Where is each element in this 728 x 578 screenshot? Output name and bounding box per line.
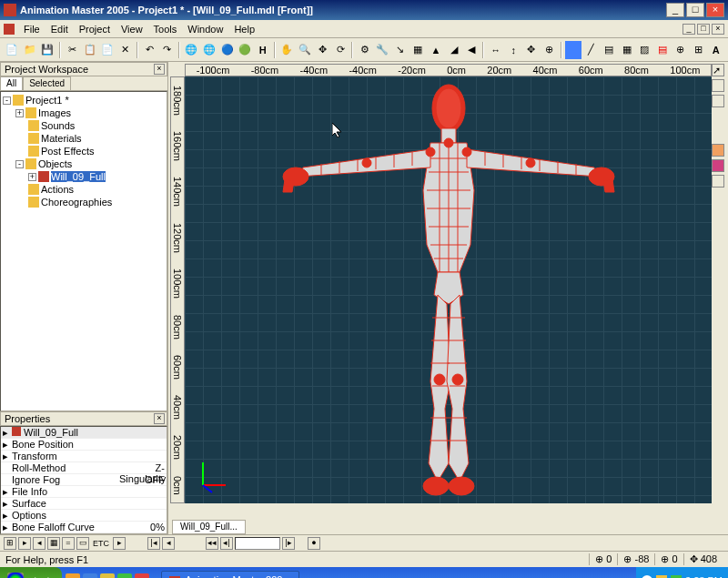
menu-help[interactable]: Help bbox=[228, 22, 260, 36]
viewport[interactable]: -100cm-80cm-40cm-40cm-20cm0cm20cm40cm60c… bbox=[170, 64, 726, 518]
line-button[interactable]: ╱ bbox=[582, 41, 600, 59]
tl-btn3[interactable]: ◂ bbox=[33, 537, 46, 550]
workspace-close[interactable]: × bbox=[154, 64, 165, 75]
arrow3-button[interactable]: ✥ bbox=[523, 41, 541, 59]
select-tool[interactable]: ➚ bbox=[712, 64, 724, 76]
globe2-icon[interactable]: 🌐 bbox=[201, 41, 218, 59]
start-button[interactable]: start bbox=[0, 567, 62, 578]
prop-transform[interactable]: ▸Transform bbox=[1, 451, 167, 462]
tree-object-selected[interactable]: +Will_09_Full bbox=[3, 170, 165, 183]
prop-options[interactable]: ▸Options bbox=[1, 510, 167, 522]
prop-file-info[interactable]: ▸File Info bbox=[1, 486, 167, 498]
ql-icon1[interactable] bbox=[66, 573, 80, 578]
prop-bone-position[interactable]: ▸Bone Position bbox=[1, 439, 167, 451]
settings-button[interactable]: 🔧 bbox=[374, 41, 391, 59]
color1-button[interactable] bbox=[565, 41, 582, 59]
h-button[interactable]: H bbox=[255, 41, 272, 59]
tool3-button[interactable]: ↘ bbox=[392, 41, 410, 59]
arrow2-button[interactable]: ↕ bbox=[505, 41, 522, 59]
globe1-icon[interactable]: 🌐 bbox=[183, 41, 200, 59]
globe3-icon[interactable]: 🔵 bbox=[218, 41, 236, 59]
mode3-button[interactable]: ▨ bbox=[636, 41, 653, 59]
canvas-3d[interactable] bbox=[185, 76, 712, 503]
minimize-button[interactable]: _ bbox=[666, 3, 684, 17]
tab-all[interactable]: All bbox=[0, 76, 23, 90]
mode5-button[interactable]: ⊕ bbox=[672, 41, 689, 59]
ql-icon4[interactable] bbox=[117, 573, 132, 578]
tree-actions[interactable]: Actions bbox=[3, 183, 165, 196]
tool-r1[interactable] bbox=[712, 79, 724, 92]
tl-btn5[interactable]: = bbox=[62, 537, 75, 550]
tree-sounds[interactable]: Sounds bbox=[3, 119, 165, 132]
menu-view[interactable]: View bbox=[116, 22, 148, 36]
delete-button[interactable]: ✕ bbox=[116, 41, 134, 59]
render-button[interactable]: 🟢 bbox=[237, 41, 254, 59]
arrow4-button[interactable]: ⊕ bbox=[541, 41, 558, 59]
tree-images[interactable]: +Images bbox=[3, 106, 165, 119]
paste-button[interactable]: 📄 bbox=[99, 41, 116, 59]
new-button[interactable]: 📄 bbox=[4, 41, 21, 59]
prop-ignore-fog[interactable]: Ignore FogOFF bbox=[1, 474, 167, 486]
tool5-button[interactable]: ▲ bbox=[428, 41, 445, 59]
mdi-restore-button[interactable]: □ bbox=[697, 24, 710, 35]
zoom-tool[interactable]: 🔍 bbox=[297, 41, 314, 59]
cut-button[interactable]: ✂ bbox=[64, 41, 81, 59]
properties-list[interactable]: ▸Will_09_Full ▸Bone Position ▸Transform … bbox=[0, 426, 167, 534]
step-back[interactable]: ◂◂ bbox=[206, 537, 218, 550]
tree-choreographies[interactable]: Choreographies bbox=[3, 196, 165, 208]
redo-button[interactable]: ↷ bbox=[159, 41, 177, 59]
ql-icon2[interactable] bbox=[83, 573, 97, 578]
frame-input[interactable] bbox=[235, 537, 280, 550]
system-tray[interactable]: 3:28 PM bbox=[636, 567, 728, 578]
record-button[interactable]: ● bbox=[308, 537, 320, 550]
tl-btn1[interactable]: ⊞ bbox=[4, 537, 16, 550]
tl-btn4[interactable]: ▦ bbox=[47, 537, 60, 550]
prop-name[interactable]: ▸Will_09_Full bbox=[1, 427, 167, 439]
text-button[interactable]: A bbox=[707, 41, 724, 59]
tree-root[interactable]: -Project1 * bbox=[3, 94, 165, 106]
menu-edit[interactable]: Edit bbox=[46, 22, 74, 36]
maximize-button[interactable]: □ bbox=[686, 3, 704, 17]
menu-tools[interactable]: Tools bbox=[148, 22, 183, 36]
tree-objects[interactable]: -Objects bbox=[3, 157, 165, 170]
tree-posteffects[interactable]: Post Effects bbox=[3, 145, 165, 157]
tool-r3[interactable] bbox=[712, 144, 724, 157]
prop-falloff[interactable]: ▸Bone Falloff Curve0% bbox=[1, 522, 167, 533]
prop-surface[interactable]: ▸Surface bbox=[1, 498, 167, 510]
rotate-tool[interactable]: ⟳ bbox=[332, 41, 349, 59]
hand-tool[interactable]: ✋ bbox=[278, 41, 296, 59]
move-tool[interactable]: ✥ bbox=[314, 41, 331, 59]
menu-window[interactable]: Window bbox=[182, 22, 228, 36]
tree-materials[interactable]: Materials bbox=[3, 132, 165, 145]
step-back2[interactable]: ◂| bbox=[220, 537, 233, 550]
close-button[interactable]: × bbox=[706, 3, 724, 17]
prop-roll-method[interactable]: Roll-MethodZ-Singularity bbox=[1, 462, 167, 474]
arrow1-button[interactable]: ↔ bbox=[487, 41, 504, 59]
ql-icon5[interactable] bbox=[135, 573, 149, 578]
tool6-button[interactable]: ◢ bbox=[445, 41, 462, 59]
undo-button[interactable]: ↶ bbox=[141, 41, 158, 59]
ql-icon3[interactable] bbox=[100, 573, 115, 578]
menu-file[interactable]: File bbox=[18, 22, 46, 36]
mode1-button[interactable]: ▤ bbox=[601, 41, 618, 59]
tool7-button[interactable]: ◀ bbox=[463, 41, 480, 59]
tool4-button[interactable]: ▦ bbox=[410, 41, 427, 59]
play-prev[interactable]: ◂ bbox=[162, 537, 175, 550]
copy-button[interactable]: 📋 bbox=[81, 41, 98, 59]
gear-button[interactable]: ⚙ bbox=[356, 41, 373, 59]
project-tree[interactable]: -Project1 * +Images Sounds Materials Pos… bbox=[0, 91, 167, 411]
tool-r4[interactable] bbox=[712, 159, 724, 172]
mdi-close-button[interactable]: × bbox=[712, 24, 724, 35]
step-fwd[interactable]: |▸ bbox=[282, 537, 295, 550]
tl-btn6[interactable]: ▭ bbox=[76, 537, 89, 550]
mode4-button[interactable]: ▤ bbox=[654, 41, 672, 59]
mode6-button[interactable]: ⊞ bbox=[690, 41, 707, 59]
mdi-minimize-button[interactable]: _ bbox=[682, 24, 695, 35]
play-first[interactable]: |◂ bbox=[147, 537, 160, 550]
menu-project[interactable]: Project bbox=[74, 22, 116, 36]
viewport-tab[interactable]: Will_09_Full... bbox=[172, 520, 246, 534]
character-model[interactable] bbox=[248, 81, 649, 500]
open-button[interactable]: 📁 bbox=[22, 41, 39, 59]
properties-close[interactable]: × bbox=[154, 413, 165, 424]
tl-btn7[interactable]: ▸ bbox=[113, 537, 126, 550]
